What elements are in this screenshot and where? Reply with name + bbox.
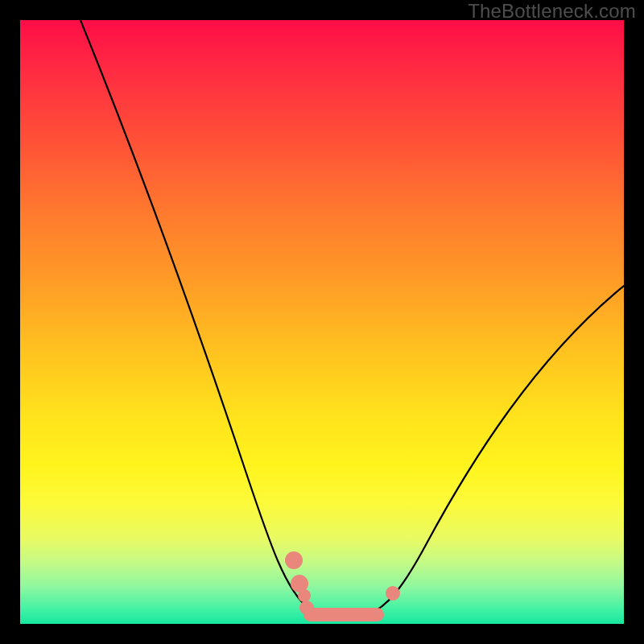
chart-frame: TheBottleneck.com [0,0,644,644]
watermark-text: TheBottleneck.com [468,0,636,23]
marker-dot [386,586,400,601]
bottleneck-curve [80,20,624,618]
trough-bar [303,608,384,621]
marker-dot [299,601,314,615]
marker-dot [298,589,311,602]
curve-layer [20,20,624,624]
plot-area [20,20,624,624]
marker-dot [285,551,303,569]
